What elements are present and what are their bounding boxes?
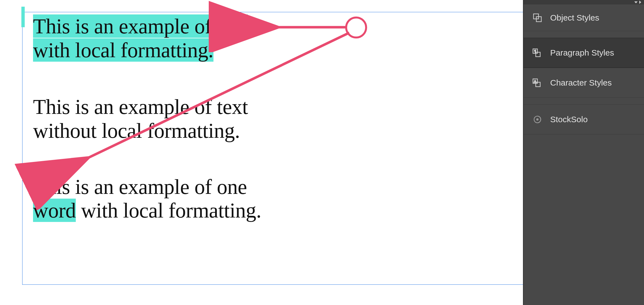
paragraph-2[interactable]: This is an example of text without local… (33, 95, 517, 143)
paragraph-3-highlight-word: word (33, 199, 76, 222)
text-frame[interactable]: This is an example of text with local fo… (22, 12, 527, 285)
paragraph-1-line-1: This is an example of text (33, 14, 248, 38)
svg-rect-6 (536, 82, 540, 87)
chevron-right-icon (639, 1, 641, 4)
paragraph-1-line-2: with local formatting. (33, 38, 213, 62)
text-body[interactable]: This is an example of text with local fo… (22, 14, 527, 222)
paragraph-3-line-2-rest: with local formatting. (76, 199, 261, 222)
dock-item-label: Paragraph Styles (550, 48, 614, 58)
highlight-edge (21, 7, 25, 27)
dock-item-label: Object Styles (550, 13, 599, 22)
character-styles-icon: A (531, 77, 544, 88)
right-panel-dock[interactable]: Object Styles ¶ Paragraph Styles A Chara… (523, 0, 644, 305)
stocksolo-icon (531, 114, 544, 125)
dock-item-stocksolo[interactable]: StockSolo (524, 104, 644, 134)
paragraph-3-line-1: This is an example of one (33, 175, 247, 198)
dock-item-label: Character Styles (550, 78, 612, 88)
paragraph-2-line-2: without local formatting. (33, 119, 240, 142)
svg-point-9 (536, 118, 539, 121)
paragraph-1[interactable]: This is an example of text with local fo… (33, 14, 517, 62)
dock-item-label: StockSolo (550, 115, 588, 124)
paragraph-2-line-1: This is an example of text (33, 95, 248, 118)
paragraph-styles-icon: ¶ (531, 47, 544, 58)
dock-item-character-styles[interactable]: A Character Styles (524, 68, 644, 98)
dock-item-object-styles[interactable]: Object Styles (524, 4, 644, 31)
dock-collapse-control[interactable] (524, 0, 644, 4)
dock-item-paragraph-styles[interactable]: ¶ Paragraph Styles (524, 38, 644, 68)
paragraph-3[interactable]: This is an example of one word with loca… (33, 175, 517, 223)
svg-text:A: A (534, 79, 537, 83)
svg-text:¶: ¶ (534, 49, 536, 53)
chevron-down-icon (634, 1, 638, 3)
object-styles-icon (531, 12, 544, 23)
svg-rect-3 (536, 52, 540, 57)
